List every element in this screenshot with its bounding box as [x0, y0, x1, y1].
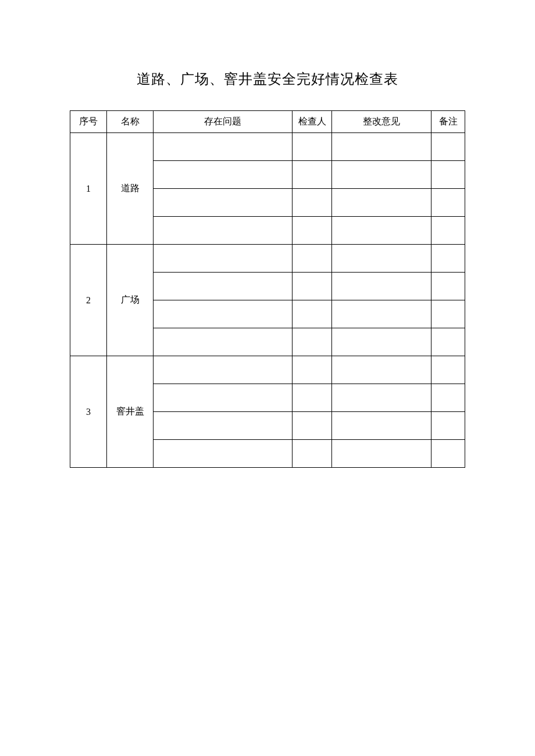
cell-opinion	[332, 384, 431, 412]
cell-issue	[154, 440, 293, 468]
cell-remark	[431, 189, 465, 217]
header-issue: 存在问题	[154, 111, 293, 133]
cell-issue	[154, 161, 293, 189]
cell-issue	[154, 384, 293, 412]
cell-remark	[431, 217, 465, 245]
cell-issue	[154, 328, 293, 356]
cell-seq: 1	[70, 133, 107, 245]
cell-inspector	[293, 217, 332, 245]
cell-remark	[431, 384, 465, 412]
cell-opinion	[332, 189, 431, 217]
cell-inspector	[293, 300, 332, 328]
cell-remark	[431, 133, 465, 161]
cell-name: 道路	[106, 133, 153, 245]
table-row: 2 广场	[70, 245, 465, 273]
cell-inspector	[293, 161, 332, 189]
cell-inspector	[293, 189, 332, 217]
cell-remark	[431, 273, 465, 300]
cell-opinion	[332, 412, 431, 440]
cell-seq: 3	[70, 356, 107, 468]
cell-remark	[431, 328, 465, 356]
cell-inspector	[293, 356, 332, 384]
cell-opinion	[332, 161, 431, 189]
header-inspector: 检查人	[293, 111, 332, 133]
cell-opinion	[332, 245, 431, 273]
cell-opinion	[332, 217, 431, 245]
cell-issue	[154, 273, 293, 300]
cell-name: 广场	[106, 245, 153, 356]
table-row: 3 窨井盖	[70, 356, 465, 384]
header-name: 名称	[106, 111, 153, 133]
cell-remark	[431, 356, 465, 384]
page-title: 道路、广场、窨井盖安全完好情况检查表	[70, 70, 465, 88]
cell-opinion	[332, 300, 431, 328]
cell-inspector	[293, 245, 332, 273]
cell-opinion	[332, 273, 431, 300]
cell-inspector	[293, 440, 332, 468]
cell-name: 窨井盖	[106, 356, 153, 468]
cell-opinion	[332, 133, 431, 161]
cell-remark	[431, 161, 465, 189]
cell-opinion	[332, 328, 431, 356]
table-header-row: 序号 名称 存在问题 检查人 整改意见 备注	[70, 111, 465, 133]
cell-issue	[154, 300, 293, 328]
inspection-table: 序号 名称 存在问题 检查人 整改意见 备注 1 道路	[70, 110, 465, 468]
cell-remark	[431, 412, 465, 440]
cell-seq: 2	[70, 245, 107, 356]
cell-issue	[154, 356, 293, 384]
cell-inspector	[293, 273, 332, 300]
cell-issue	[154, 133, 293, 161]
cell-inspector	[293, 328, 332, 356]
header-remark: 备注	[431, 111, 465, 133]
cell-remark	[431, 440, 465, 468]
cell-remark	[431, 300, 465, 328]
header-seq: 序号	[70, 111, 107, 133]
cell-inspector	[293, 133, 332, 161]
header-opinion: 整改意见	[332, 111, 431, 133]
cell-issue	[154, 412, 293, 440]
table-row: 1 道路	[70, 133, 465, 161]
cell-issue	[154, 245, 293, 273]
cell-inspector	[293, 412, 332, 440]
cell-issue	[154, 189, 293, 217]
cell-opinion	[332, 440, 431, 468]
cell-remark	[431, 245, 465, 273]
cell-issue	[154, 217, 293, 245]
cell-inspector	[293, 384, 332, 412]
cell-opinion	[332, 356, 431, 384]
